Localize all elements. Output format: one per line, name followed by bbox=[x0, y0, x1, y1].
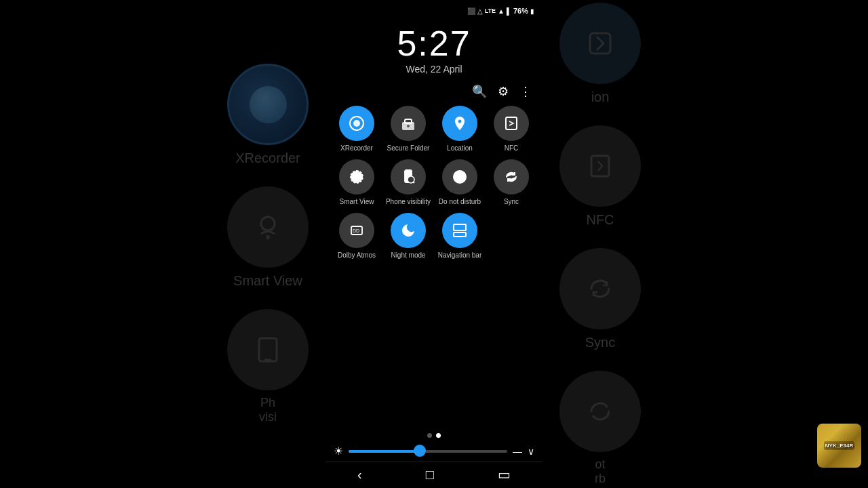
tiles-row-3: DD Dolby Atmos Night mode bbox=[334, 213, 534, 260]
bg-ot: otrb bbox=[559, 371, 641, 486]
battery-level: 76% bbox=[513, 7, 528, 15]
back-button[interactable]: ‹ bbox=[357, 467, 362, 483]
search-icon[interactable]: 🔍 bbox=[472, 84, 487, 99]
nfc-icon bbox=[494, 106, 529, 141]
svg-rect-11 bbox=[506, 117, 517, 129]
secure-folder-icon bbox=[391, 106, 426, 141]
lte-icon: LTE bbox=[485, 7, 496, 14]
bg-phvis-label: Phvisi bbox=[259, 396, 277, 424]
tile-secure-folder[interactable]: Secure Folder bbox=[385, 106, 431, 152]
night-mode-label: Night mode bbox=[391, 251, 425, 260]
home-button[interactable]: □ bbox=[426, 467, 434, 483]
tiles-row-2: Smart View Phone visibility bbox=[334, 159, 534, 206]
page-dots bbox=[326, 429, 542, 442]
nfc-label: NFC bbox=[505, 144, 519, 152]
time-section: 5:27 Wed, 22 April bbox=[326, 19, 542, 80]
brightness-bar: ☀ — ∨ bbox=[326, 442, 542, 462]
clock-time: 5:27 bbox=[397, 26, 471, 61]
tile-navigation-bar[interactable]: Navigation bar bbox=[437, 213, 483, 260]
dot-1 bbox=[427, 433, 432, 438]
signal-icon: ▌ bbox=[507, 7, 511, 15]
settings-icon[interactable]: ⚙ bbox=[498, 84, 509, 99]
location-label: Location bbox=[447, 144, 473, 152]
battery-icon: ▮ bbox=[530, 7, 534, 15]
tile-nfc[interactable]: NFC bbox=[488, 106, 534, 152]
background-left: XRecorder Smart View Phvisi bbox=[0, 0, 322, 488]
svg-point-6 bbox=[353, 120, 360, 127]
more-options-icon[interactable]: ⋮ bbox=[519, 84, 532, 99]
dnd-icon bbox=[442, 159, 477, 195]
status-icons: ⬛ △ LTE ▲ ▌ 76% ▮ bbox=[467, 7, 534, 15]
tile-dolby-atmos[interactable]: DD Dolby Atmos bbox=[334, 213, 380, 260]
xrecorder-label: XRecorder bbox=[340, 144, 373, 152]
bg-xrecorder-label: XRecorder bbox=[235, 150, 300, 166]
tiles-row-1: XRecorder Secure Folder bbox=[334, 106, 534, 152]
clock-date: Wed, 22 April bbox=[406, 64, 462, 75]
tile-phone-visibility[interactable]: Phone visibility bbox=[385, 159, 431, 206]
bg-nfc-label: NFC bbox=[586, 212, 614, 228]
tile-smart-view[interactable]: Smart View bbox=[334, 159, 380, 206]
brightness-fill bbox=[349, 450, 420, 453]
bg-smart-view: Smart View bbox=[227, 186, 309, 289]
svg-rect-2 bbox=[259, 338, 277, 361]
location-icon bbox=[442, 106, 477, 141]
bg-phone-vis: Phvisi bbox=[227, 309, 309, 424]
tiles-container: XRecorder Secure Folder bbox=[326, 103, 542, 429]
svg-rect-4 bbox=[590, 33, 610, 54]
wifi-icon: ▲ bbox=[498, 7, 505, 15]
tile-xrecorder[interactable]: XRecorder bbox=[334, 106, 380, 152]
svg-rect-22 bbox=[454, 224, 466, 230]
bg-smartview-label: Smart View bbox=[233, 273, 302, 289]
svg-point-0 bbox=[261, 217, 275, 230]
bg-sync-label: Sync bbox=[585, 335, 615, 350]
secure-folder-label: Secure Folder bbox=[387, 144, 430, 152]
thumb-label: NYK_E34R bbox=[824, 441, 854, 450]
alarm-icon: △ bbox=[477, 7, 483, 15]
smart-view-label: Smart View bbox=[340, 198, 374, 206]
svg-rect-9 bbox=[405, 119, 412, 123]
phone-visibility-icon bbox=[391, 159, 426, 195]
status-bar: ⬛ △ LTE ▲ ▌ 76% ▮ bbox=[326, 0, 542, 19]
brightness-slider[interactable] bbox=[349, 450, 507, 453]
thumb-image: NYK_E34R bbox=[817, 424, 861, 468]
svg-point-1 bbox=[266, 235, 270, 239]
tile-sync[interactable]: Sync bbox=[488, 159, 534, 206]
phone-screen: ⬛ △ LTE ▲ ▌ 76% ▮ 5:27 Wed, 22 April 🔍 ⚙… bbox=[326, 0, 542, 488]
navigation-bar-icon bbox=[442, 213, 477, 248]
bg-xrecorder: XRecorder bbox=[227, 64, 309, 166]
dolby-atmos-label: Dolby Atmos bbox=[338, 251, 376, 260]
dot-2 bbox=[436, 433, 441, 438]
xrecorder-icon bbox=[339, 106, 374, 141]
sync-icon bbox=[494, 159, 529, 195]
bg-nfc: NFC bbox=[559, 125, 641, 228]
navigation-bar-label: Navigation bar bbox=[438, 251, 481, 260]
smart-view-icon bbox=[339, 159, 374, 195]
svg-rect-5 bbox=[591, 156, 609, 176]
background-right: ion NFC Sync otrb bbox=[546, 0, 868, 488]
sync-label: Sync bbox=[504, 198, 519, 206]
tile-night-mode[interactable]: Night mode bbox=[385, 213, 431, 260]
svg-point-10 bbox=[407, 125, 410, 127]
tile-location[interactable]: Location bbox=[437, 106, 483, 152]
dnd-label: Do not disturb bbox=[439, 198, 481, 206]
recents-button[interactable]: ▭ bbox=[498, 466, 511, 483]
dolby-atmos-icon: DD bbox=[339, 213, 374, 248]
brightness-thumb[interactable] bbox=[414, 445, 426, 457]
svg-rect-21 bbox=[454, 232, 466, 237]
panel-header: 🔍 ⚙ ⋮ bbox=[326, 80, 542, 103]
bg-sync: Sync bbox=[559, 248, 641, 350]
tile-dnd[interactable]: Do not disturb bbox=[437, 159, 483, 206]
bg-ion-label: ion bbox=[591, 89, 610, 105]
cast-icon: ⬛ bbox=[467, 7, 475, 15]
brightness-low-icon: ☀ bbox=[334, 445, 343, 458]
nav-bar: ‹ □ ▭ bbox=[326, 462, 542, 488]
phone-visibility-label: Phone visibility bbox=[386, 198, 431, 206]
tile-empty bbox=[488, 213, 534, 260]
bg-ion: ion bbox=[559, 3, 641, 105]
bg-ot-label: otrb bbox=[595, 458, 606, 486]
brightness-minus-icon: — bbox=[513, 446, 522, 457]
app-thumbnail[interactable]: NYK_E34R bbox=[817, 424, 861, 468]
chevron-down-icon[interactable]: ∨ bbox=[528, 446, 534, 457]
svg-text:DD: DD bbox=[353, 228, 359, 233]
night-mode-icon bbox=[391, 213, 426, 248]
